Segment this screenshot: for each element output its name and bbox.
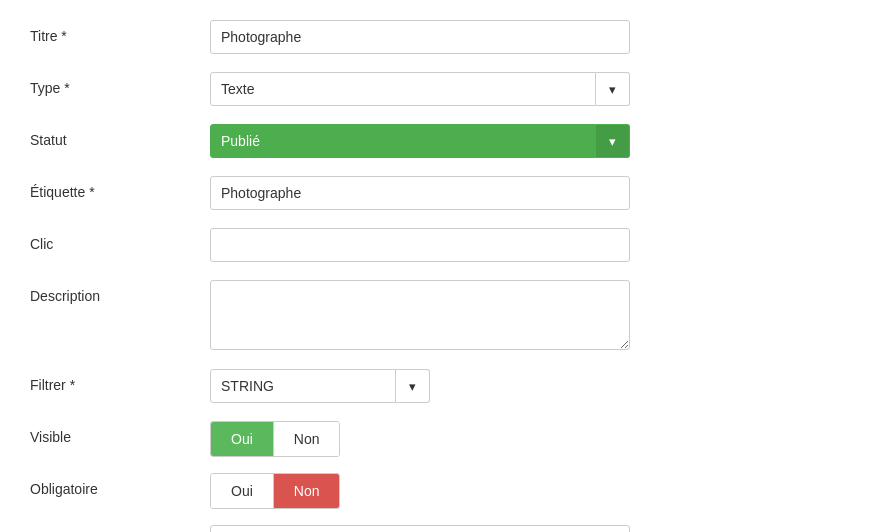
obligatoire-oui-btn[interactable]: Oui: [211, 474, 274, 508]
classe-row: Classe: [30, 525, 847, 532]
visible-oui-btn[interactable]: Oui: [211, 422, 274, 456]
filtrer-row: Filtrer * STRING NUMBER BOOLEAN DATE ▾: [30, 369, 847, 405]
type-control: Texte Nombre Date Booléen ▾: [210, 72, 630, 106]
obligatoire-non-btn[interactable]: Non: [274, 474, 340, 508]
type-row: Type * Texte Nombre Date Booléen ▾: [30, 72, 847, 108]
statut-dropdown-btn[interactable]: ▾: [596, 124, 630, 158]
clic-input[interactable]: [210, 228, 630, 262]
etiquette-row: Étiquette *: [30, 176, 847, 212]
type-label: Type *: [30, 72, 210, 96]
description-textarea[interactable]: [210, 280, 630, 350]
chevron-down-icon: ▾: [609, 82, 616, 97]
statut-wrapper: Publié ▾: [210, 124, 630, 158]
description-label: Description: [30, 280, 210, 304]
titre-input[interactable]: [210, 20, 630, 54]
statut-value: Publié: [210, 124, 596, 158]
obligatoire-label: Obligatoire: [30, 473, 210, 497]
obligatoire-control: Oui Non: [210, 473, 630, 509]
etiquette-control: [210, 176, 630, 210]
filtrer-control: STRING NUMBER BOOLEAN DATE ▾: [210, 369, 630, 403]
visible-toggle-group: Oui Non: [210, 421, 340, 457]
description-control: [210, 280, 630, 353]
classe-label: Classe: [30, 525, 210, 532]
obligatoire-toggle-group: Oui Non: [210, 473, 340, 509]
statut-control: Publié ▾: [210, 124, 630, 158]
filtrer-select[interactable]: STRING NUMBER BOOLEAN DATE: [210, 369, 396, 403]
visible-control: Oui Non: [210, 421, 630, 457]
titre-label: Titre *: [30, 20, 210, 44]
filtrer-label: Filtrer *: [30, 369, 210, 393]
description-row: Description: [30, 280, 847, 353]
etiquette-label: Étiquette *: [30, 176, 210, 200]
classe-input[interactable]: [210, 525, 630, 532]
obligatoire-row: Obligatoire Oui Non: [30, 473, 847, 509]
visible-label: Visible: [30, 421, 210, 445]
type-select-wrapper: Texte Nombre Date Booléen ▾: [210, 72, 630, 106]
clic-control: [210, 228, 630, 262]
visible-non-btn[interactable]: Non: [274, 422, 340, 456]
clic-label: Clic: [30, 228, 210, 252]
chevron-down-icon: ▾: [409, 379, 416, 394]
classe-control: [210, 525, 630, 532]
etiquette-input[interactable]: [210, 176, 630, 210]
filtrer-select-wrapper: STRING NUMBER BOOLEAN DATE ▾: [210, 369, 430, 403]
filtrer-dropdown-btn[interactable]: ▾: [396, 369, 430, 403]
chevron-down-icon: ▾: [609, 134, 616, 149]
visible-row: Visible Oui Non: [30, 421, 847, 457]
statut-label: Statut: [30, 124, 210, 148]
type-dropdown-btn[interactable]: ▾: [596, 72, 630, 106]
titre-row: Titre *: [30, 20, 847, 56]
statut-row: Statut Publié ▾: [30, 124, 847, 160]
clic-row: Clic: [30, 228, 847, 264]
type-select[interactable]: Texte Nombre Date Booléen: [210, 72, 596, 106]
titre-control: [210, 20, 630, 54]
